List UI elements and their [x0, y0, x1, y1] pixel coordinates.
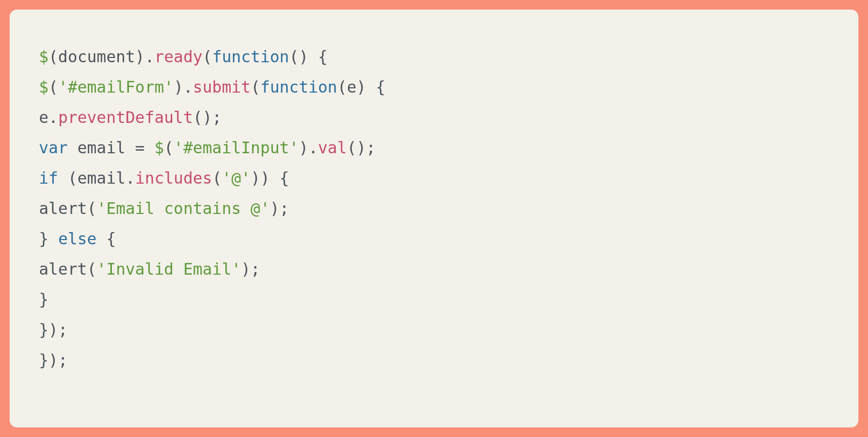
- code-token: {: [96, 229, 116, 248]
- code-token: ).: [174, 78, 193, 96]
- code-token: if: [39, 169, 58, 187]
- code-token: });: [39, 351, 68, 369]
- code-line: if (email.includes('@')) {: [39, 163, 829, 193]
- code-token: '@': [222, 169, 250, 187]
- code-token: function: [260, 78, 337, 96]
- code-token: alert(: [39, 260, 96, 278]
- code-token: }: [39, 229, 58, 248]
- code-token: function: [212, 47, 289, 66]
- code-token: $: [39, 47, 48, 66]
- code-line: alert('Invalid Email');: [39, 254, 829, 284]
- code-token: else: [58, 229, 96, 248]
- code-token: submit: [193, 78, 250, 96]
- code-token: );: [270, 199, 289, 218]
- code-line: } else {: [39, 224, 829, 254]
- code-line: var email = $('#emailInput').val();: [39, 133, 829, 163]
- code-line: $('#emailForm').submit(function(e) {: [39, 72, 829, 102]
- code-token: (: [212, 169, 222, 187]
- code-token: $: [155, 138, 164, 157]
- code-token: $: [39, 78, 48, 96]
- code-block: $(document).ready(function() {$('#emailF…: [10, 10, 858, 427]
- code-line: });: [39, 345, 829, 375]
- code-token: '#emailInput': [174, 138, 299, 157]
- code-token: val: [318, 138, 347, 157]
- code-token: (: [250, 78, 260, 96]
- code-token: email =: [68, 138, 155, 157]
- code-token: });: [39, 320, 68, 339]
- code-token: (: [202, 47, 212, 66]
- code-token: e.: [39, 108, 58, 127]
- code-token: ready: [155, 47, 202, 66]
- code-token: 'Email contains @': [96, 199, 270, 218]
- code-token: (: [48, 78, 58, 96]
- code-token: );: [241, 260, 260, 278]
- code-token: (e) {: [337, 78, 385, 96]
- code-line: e.preventDefault();: [39, 102, 829, 133]
- code-token: var: [39, 138, 68, 157]
- code-line: $(document).ready(function() {: [39, 42, 829, 72]
- code-token: alert(: [39, 199, 96, 218]
- code-token: ();: [193, 108, 222, 127]
- code-line: alert('Email contains @');: [39, 193, 829, 224]
- code-line: });: [39, 315, 829, 345]
- code-line: }: [39, 284, 829, 315]
- code-token: includes: [135, 169, 213, 187]
- code-token: (document).: [48, 47, 155, 66]
- code-token: 'Invalid Email': [96, 260, 241, 278]
- code-token: ).: [299, 138, 318, 157]
- code-token: preventDefault: [58, 108, 193, 127]
- code-token: (email.: [58, 169, 135, 187]
- code-token: '#emailForm': [58, 78, 174, 96]
- code-token: }: [39, 290, 48, 309]
- code-token: ();: [347, 138, 376, 157]
- code-token: (: [164, 138, 174, 157]
- code-token: () {: [289, 47, 328, 66]
- code-token: )) {: [250, 169, 289, 187]
